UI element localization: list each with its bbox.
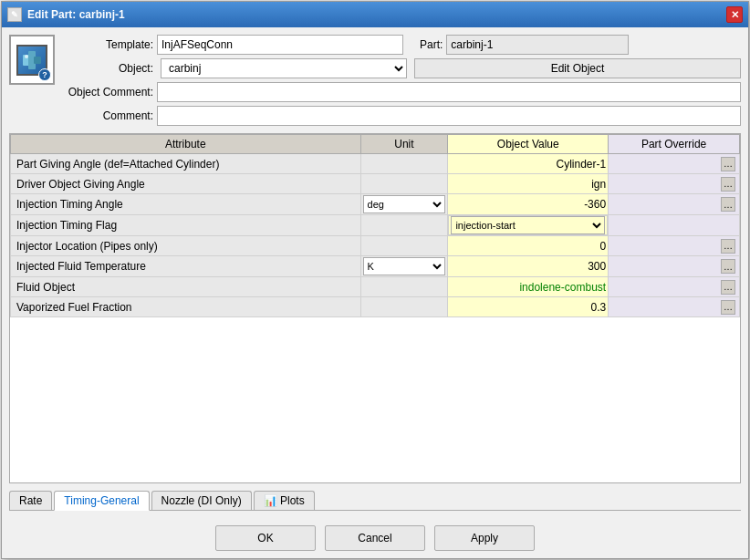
template-label: Template: xyxy=(62,38,153,51)
cell-part-override[interactable]: … xyxy=(609,236,740,256)
cell-part-override[interactable]: … xyxy=(609,297,740,317)
col-header-attribute: Attribute xyxy=(11,135,361,154)
dots-button[interactable]: … xyxy=(721,157,735,171)
tab-rate[interactable]: Rate xyxy=(9,491,52,510)
cell-attribute: Vaporized Fuel Fraction xyxy=(11,297,361,317)
chart-icon: 📊 xyxy=(264,494,277,507)
object-row: Object: carbinj Edit Object xyxy=(62,58,741,78)
cell-unit[interactable]: deg xyxy=(360,194,448,215)
header-section: ? Template: Part: Object: xyxy=(9,35,741,126)
col-header-object-value: Object Value xyxy=(448,135,609,154)
cell-unit xyxy=(360,154,448,174)
attributes-table: Attribute Unit Object Value Part Overrid… xyxy=(10,134,740,317)
cell-unit xyxy=(360,277,448,297)
cell-object-value: 0.3 xyxy=(448,297,609,317)
comment-input[interactable] xyxy=(157,106,741,126)
template-part-row: Template: Part: xyxy=(62,35,741,55)
table-row: Injector Location (Pipes only)0… xyxy=(11,236,740,256)
cell-attribute: Injection Timing Flag xyxy=(11,215,361,236)
ok-button[interactable]: OK xyxy=(215,525,316,551)
title-bar-title: ✎ Edit Part: carbinj-1 xyxy=(7,7,125,22)
object-comment-input[interactable] xyxy=(157,82,741,102)
table-row: Driver Object Giving Angleign… xyxy=(11,174,740,194)
object-value-text: ign xyxy=(450,178,606,191)
object-icon-box: ? xyxy=(9,35,55,85)
comment-label: Comment: xyxy=(62,109,153,122)
cell-unit xyxy=(360,236,448,256)
cell-attribute: Part Giving Angle (def=Attached Cylinder… xyxy=(11,154,361,174)
object-value-text: Cylinder-1 xyxy=(450,158,606,171)
attributes-table-area: Attribute Unit Object Value Part Overrid… xyxy=(9,133,741,483)
object-label: Object: xyxy=(62,62,153,75)
cell-part-override[interactable]: … xyxy=(609,277,740,297)
dots-button[interactable]: … xyxy=(721,300,735,315)
table-header-row: Attribute Unit Object Value Part Overrid… xyxy=(11,135,740,154)
svg-point-3 xyxy=(25,55,28,58)
cell-part-override xyxy=(609,215,740,236)
cell-part-override[interactable]: … xyxy=(609,256,740,277)
cancel-button[interactable]: Cancel xyxy=(325,525,425,551)
tab-timing-general[interactable]: Timing-General xyxy=(54,491,149,511)
cell-attribute: Injected Fluid Temperature xyxy=(11,256,361,277)
cell-part-override[interactable]: … xyxy=(609,154,740,174)
table-row: Injected Fluid TemperatureK300… xyxy=(11,256,740,277)
table-row: Injection Timing Flaginjection-start xyxy=(11,215,740,236)
dots-button[interactable]: … xyxy=(721,197,735,212)
cell-attribute: Injector Location (Pipes only) xyxy=(11,236,361,256)
table-row: Fluid Objectindolene-combust… xyxy=(11,277,740,297)
object-value-text: -360 xyxy=(450,198,606,211)
table-row: Vaporized Fuel Fraction0.3… xyxy=(11,297,740,317)
dots-button[interactable]: … xyxy=(721,239,735,254)
cell-unit xyxy=(360,215,448,236)
unit-select[interactable]: deg xyxy=(363,195,446,213)
dots-button[interactable]: … xyxy=(721,280,735,295)
svg-rect-2 xyxy=(34,57,41,64)
form-fields: Template: Part: Object: carbinj Edit Obj… xyxy=(62,35,741,126)
object-value-text: 0 xyxy=(450,240,606,253)
edit-object-button[interactable]: Edit Object xyxy=(414,58,741,78)
main-window: ✎ Edit Part: carbinj-1 ✕ ? xyxy=(1,1,749,559)
object-value-text: 300 xyxy=(450,260,606,273)
value-select[interactable]: injection-start xyxy=(451,216,605,234)
template-section: Template: xyxy=(62,35,403,55)
cell-object-value: Cylinder-1 xyxy=(448,154,609,174)
object-select[interactable]: carbinj xyxy=(161,58,407,78)
title-bar: ✎ Edit Part: carbinj-1 ✕ xyxy=(2,2,748,27)
apply-button[interactable]: Apply xyxy=(434,525,535,551)
part-label: Part: xyxy=(420,38,443,51)
object-comment-label: Object Comment: xyxy=(62,86,153,99)
icon-badge: ? xyxy=(38,68,51,81)
cell-attribute: Fluid Object xyxy=(11,277,361,297)
table-row: Part Giving Angle (def=Attached Cylinder… xyxy=(11,154,740,174)
dots-button[interactable]: … xyxy=(721,177,735,192)
cell-object-value[interactable]: injection-start xyxy=(448,215,608,235)
object-value-text: indolene-combust xyxy=(450,281,606,294)
comment-row: Comment: xyxy=(62,106,741,126)
col-header-part-override: Part Override xyxy=(609,135,740,154)
cell-part-override[interactable]: … xyxy=(609,174,740,194)
object-value-text: 0.3 xyxy=(450,301,606,314)
close-button[interactable]: ✕ xyxy=(726,6,743,23)
cell-object-value: indolene-combust xyxy=(448,277,609,297)
tab-plots[interactable]: 📊 Plots xyxy=(254,491,315,510)
cell-attribute: Injection Timing Angle xyxy=(11,194,361,215)
cell-object-value: ign xyxy=(448,174,609,194)
part-input xyxy=(446,35,629,55)
cell-unit xyxy=(360,297,448,317)
object-comment-row: Object Comment: xyxy=(62,82,741,102)
cell-unit xyxy=(360,174,448,194)
tab-nozzle[interactable]: Nozzle (DI Only) xyxy=(151,491,252,510)
window-icon: ✎ xyxy=(7,7,22,22)
dots-button[interactable]: … xyxy=(721,259,735,274)
cell-attribute: Driver Object Giving Angle xyxy=(11,174,361,194)
unit-select[interactable]: K xyxy=(363,257,446,275)
cell-part-override[interactable]: … xyxy=(609,194,740,215)
cell-unit[interactable]: K xyxy=(360,256,448,277)
window-title: Edit Part: carbinj-1 xyxy=(27,8,125,21)
cell-object-value: -360 xyxy=(448,194,609,215)
template-input[interactable] xyxy=(157,35,403,55)
tabs-section: Rate Timing-General Nozzle (DI Only) 📊 P… xyxy=(9,491,741,511)
part-section: Part: xyxy=(420,35,629,55)
cell-object-value: 0 xyxy=(448,236,609,256)
bottom-buttons: OK Cancel Apply xyxy=(2,518,748,558)
